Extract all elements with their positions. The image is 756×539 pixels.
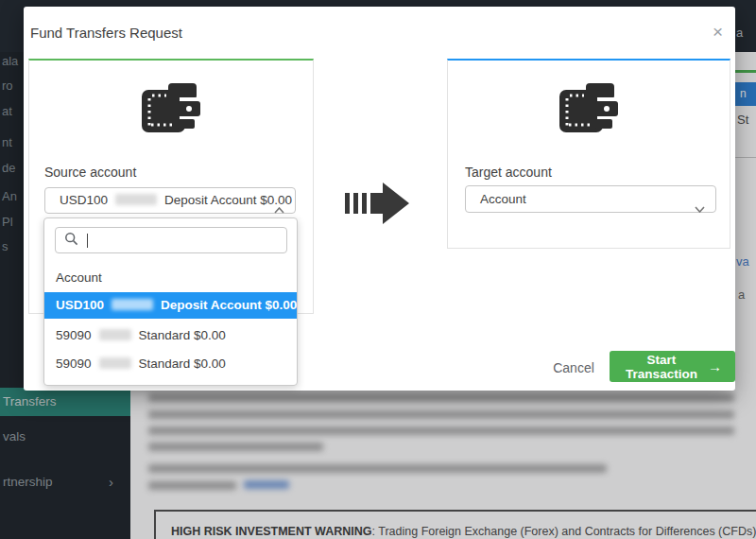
target-account-panel: Target account Account bbox=[447, 59, 730, 249]
screen: a ala ro at nt de An Pl s Transfers vals… bbox=[0, 0, 756, 539]
redacted-account-digits bbox=[112, 299, 153, 310]
selected-account-prefix: USD100 bbox=[60, 193, 108, 207]
source-account-select[interactable]: USD100Deposit Account $0.00 bbox=[44, 187, 296, 214]
option-account-type: Deposit Account $0.00 bbox=[161, 298, 297, 312]
redacted-account-digits bbox=[99, 357, 131, 369]
account-search-box[interactable] bbox=[55, 227, 287, 253]
fund-transfers-modal: Fund Transfers Request × bbox=[24, 7, 735, 391]
account-option-deposit[interactable]: USD100Deposit Account $0.00 bbox=[44, 292, 297, 319]
start-transaction-label: Start Transaction bbox=[623, 353, 700, 381]
target-account-label: Target account bbox=[465, 165, 552, 180]
account-search-input[interactable] bbox=[88, 231, 286, 250]
redacted-account-digits bbox=[99, 329, 131, 340]
close-icon[interactable]: × bbox=[713, 23, 723, 41]
cancel-button[interactable]: Cancel bbox=[545, 353, 602, 381]
source-account-dropdown: Account USD100Deposit Account $0.00 5909… bbox=[43, 217, 298, 386]
dropdown-group-label: Account bbox=[56, 270, 102, 285]
chevron-down-icon bbox=[695, 196, 705, 221]
search-icon bbox=[64, 232, 78, 250]
account-option-standard[interactable]: 59090Standard $0.00 bbox=[44, 351, 297, 377]
modal-title: Fund Transfers Request bbox=[30, 25, 182, 41]
transfer-arrow-icon bbox=[343, 177, 415, 234]
wallet-icon bbox=[559, 83, 618, 136]
account-option-standard[interactable]: 59090Standard $0.00 bbox=[44, 322, 297, 349]
arrow-right-icon: → bbox=[708, 358, 722, 374]
target-account-select[interactable]: Account bbox=[465, 185, 716, 213]
wallet-icon bbox=[142, 83, 200, 136]
redacted-account-digits bbox=[115, 194, 157, 205]
selected-account-suffix: Deposit Account $0.00 bbox=[164, 193, 292, 207]
option-account-type: Standard $0.00 bbox=[139, 328, 226, 342]
source-account-panel: Source account USD100Deposit Account $0.… bbox=[28, 59, 314, 314]
option-account-number: USD100 bbox=[56, 298, 104, 312]
option-account-number: 59090 bbox=[56, 328, 92, 342]
option-account-number: 59090 bbox=[56, 356, 92, 371]
source-account-label: Source account bbox=[44, 165, 136, 180]
target-select-value: Account bbox=[480, 192, 526, 206]
option-account-type: Standard $0.00 bbox=[139, 356, 226, 371]
start-transaction-button[interactable]: Start Transaction → bbox=[610, 351, 735, 382]
